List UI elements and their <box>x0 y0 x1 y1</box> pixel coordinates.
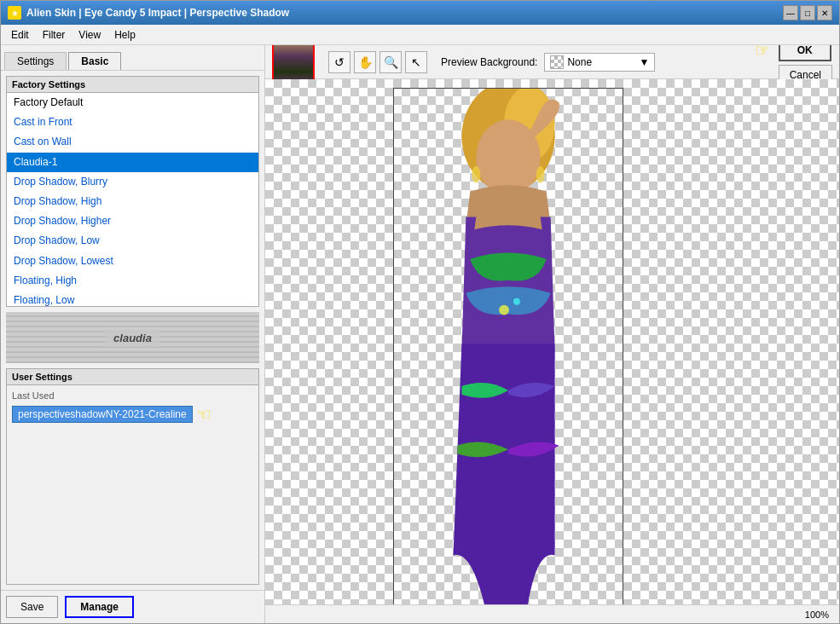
app-icon: ★ <box>8 6 21 20</box>
tab-basic[interactable]: Basic <box>68 52 121 70</box>
manage-button[interactable]: Manage <box>65 596 134 618</box>
list-item[interactable]: Cast in Front <box>7 113 258 132</box>
select-icon[interactable]: ↖ <box>405 51 427 73</box>
user-input-row: perspectiveshadowNY-2021-Crealine ☞ <box>12 404 253 425</box>
hand-tool-icon[interactable]: ✋ <box>354 51 376 73</box>
menu-filter[interactable]: Filter <box>36 27 72 43</box>
list-item[interactable]: Floating, Low <box>7 291 258 306</box>
list-item[interactable]: Floating, High <box>7 271 258 291</box>
tab-settings[interactable]: Settings <box>4 52 67 70</box>
list-item[interactable]: Factory Default <box>7 93 258 113</box>
close-button[interactable]: ✕ <box>817 5 832 20</box>
list-item-selected[interactable]: Claudia-1 <box>7 153 258 172</box>
user-setting-input[interactable]: perspectiveshadowNY-2021-Crealine <box>12 406 193 423</box>
right-panel: ↺ ✋ 🔍 ↖ Preview Background: None ▼ ☞ OK <box>265 45 839 623</box>
ok-button-wrapper: ☞ OK <box>779 45 832 61</box>
user-section-content: Last Used perspectiveshadowNY-2021-Creal… <box>7 385 258 584</box>
factory-section: Factory Settings Factory Default Cast in… <box>6 76 259 307</box>
right-toolbar: ↺ ✋ 🔍 ↖ Preview Background: None ▼ ☞ OK <box>265 45 839 79</box>
toolbar-icons: ↺ ✋ 🔍 ↖ <box>328 51 427 73</box>
tabs-row: Settings Basic <box>1 45 264 71</box>
preview-bg-select[interactable]: None ▼ <box>544 53 655 72</box>
user-section: User Settings Last Used perspectiveshado… <box>6 368 259 585</box>
preview-bg-label: Preview Background: <box>441 56 537 68</box>
app-window: ★ Alien Skin | Eye Candy 5 Impact | Pers… <box>0 0 840 624</box>
list-item[interactable]: Drop Shadow, High <box>7 192 258 211</box>
svg-point-3 <box>499 305 509 315</box>
menu-bar: Edit Filter View Help <box>1 25 839 45</box>
factory-list[interactable]: Factory Default Cast in Front Cast on Wa… <box>7 93 258 306</box>
menu-view[interactable]: View <box>72 27 107 43</box>
preview-canvas <box>265 79 839 604</box>
svg-point-4 <box>513 298 520 305</box>
woman-figure-svg <box>394 89 623 604</box>
watermark-preview: claudia <box>6 312 259 363</box>
list-item[interactable]: Drop Shadow, Low <box>7 231 258 251</box>
save-button[interactable]: Save <box>6 596 58 618</box>
content-area: Settings Basic Factory Settings Factory … <box>1 45 839 623</box>
watermark-text: claudia <box>105 329 160 347</box>
menu-help[interactable]: Help <box>107 27 142 43</box>
menu-edit[interactable]: Edit <box>4 27 36 43</box>
rotate-icon[interactable]: ↺ <box>328 51 350 73</box>
title-controls: — □ ✕ <box>783 5 832 20</box>
status-bar: 100% <box>265 604 839 623</box>
title-bar-left: ★ Alien Skin | Eye Candy 5 Impact | Pers… <box>8 6 289 20</box>
title-bar: ★ Alien Skin | Eye Candy 5 Impact | Pers… <box>1 1 839 25</box>
bottom-buttons: Save Manage <box>1 590 264 623</box>
preview-bg-value: None <box>567 56 592 68</box>
factory-section-header: Factory Settings <box>7 77 258 93</box>
user-section-header: User Settings <box>7 369 258 385</box>
list-item[interactable]: Cast on Wall <box>7 132 258 152</box>
ok-button[interactable]: OK <box>779 45 831 61</box>
zoom-icon[interactable]: 🔍 <box>379 51 402 73</box>
list-item[interactable]: Drop Shadow, Higher <box>7 211 258 231</box>
preview-image-area <box>393 88 623 604</box>
maximize-button[interactable]: □ <box>800 5 815 20</box>
svg-point-5 <box>472 166 480 183</box>
zoom-level: 100% <box>805 610 829 620</box>
hand-pointer-icon: ☞ <box>196 404 211 425</box>
window-title: Alien Skin | Eye Candy 5 Impact | Perspe… <box>26 7 289 19</box>
svg-point-6 <box>536 166 545 183</box>
list-item[interactable]: Drop Shadow, Lowest <box>7 251 258 271</box>
minimize-button[interactable]: — <box>783 5 798 20</box>
left-panel: Settings Basic Factory Settings Factory … <box>1 45 265 623</box>
ok-hand-pointer-icon: ☞ <box>755 45 770 61</box>
list-item[interactable]: Drop Shadow, Blurry <box>7 172 258 192</box>
last-used-label: Last Used <box>12 390 253 401</box>
dropdown-arrow-icon: ▼ <box>640 56 650 68</box>
